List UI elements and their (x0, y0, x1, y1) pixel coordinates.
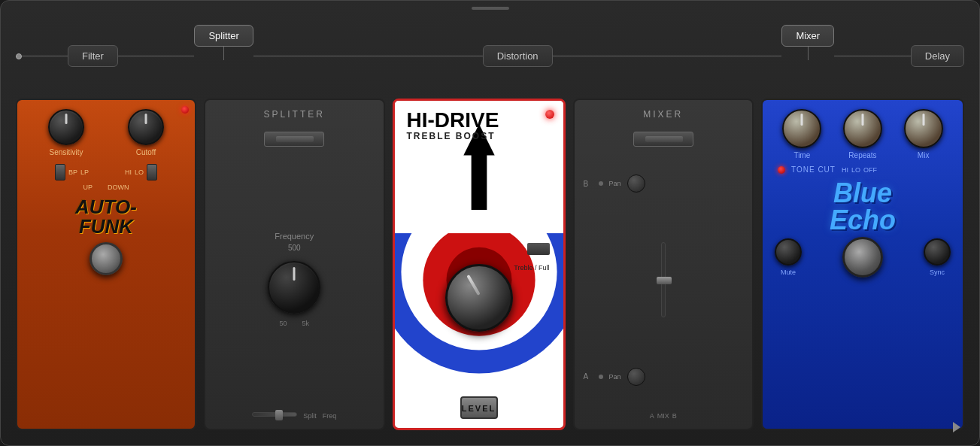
up-label: UP (83, 184, 93, 191)
lo-label: LO (135, 168, 144, 176)
repeats-label: Repeats (848, 151, 876, 159)
signal-dot-start (16, 53, 22, 59)
autofunk-led (181, 106, 189, 114)
hi-lo-switch[interactable] (147, 164, 157, 181)
splitter-graphic (214, 132, 375, 147)
hidrive-title: HI-DRIVE (407, 110, 551, 131)
bp-switch[interactable] (55, 164, 65, 181)
echo-footer: Mute Sync (772, 237, 954, 278)
echo-knob-row: Time Repeats Mix (772, 109, 954, 159)
channel-b-dot (599, 181, 603, 186)
level-label: LEVEL (462, 404, 496, 413)
autofunk-title: AUTO-FUNK (26, 197, 186, 236)
delay-button[interactable]: Delay (911, 45, 964, 67)
b-bottom-label: B (672, 412, 677, 420)
cutoff-knob-container: Cutoff (128, 109, 164, 156)
up-down-row: UP DOWN (26, 184, 186, 191)
pan-a-knob[interactable] (627, 368, 645, 386)
mix-knob[interactable] (904, 109, 943, 148)
mixer-box (633, 132, 693, 147)
freq-value: 500 (288, 244, 301, 252)
mixer-graphic (584, 132, 744, 147)
split-freq-row: Split Freq (214, 412, 375, 420)
play-icon (953, 422, 960, 432)
split-label: Split (303, 412, 317, 420)
filter-switches-row: BP LP HI LO (26, 164, 186, 181)
frequency-knob[interactable] (268, 261, 320, 314)
blueecho-title: BlueEcho (772, 180, 954, 234)
blueecho-pedal: Time Repeats Mix TONE CUT HI LO OFF (761, 99, 964, 430)
freq-label: Frequency (275, 232, 314, 241)
hi-label: HI (125, 168, 132, 176)
mixer-button[interactable]: Mixer (781, 25, 834, 47)
signal-line (118, 56, 195, 56)
mix-bottom-label: MIX (657, 412, 669, 420)
freq-high: 5k (302, 320, 310, 327)
vertical-fader-thumb[interactable] (657, 277, 672, 284)
lo-opt[interactable]: LO (851, 166, 860, 174)
signal-line (22, 56, 68, 56)
treble-full-toggle[interactable] (527, 243, 550, 255)
signal-line (553, 56, 782, 56)
channel-b-label: B (584, 180, 593, 188)
hidrive-pedal: HI-DRIVE TREBLE BOOST Treble / Full LEVE… (393, 99, 566, 430)
signal-chain-area: Filter Splitter Distortion Mixer Delay (1, 23, 979, 83)
play-button[interactable] (949, 420, 964, 435)
mixer-fader-area: B Pan A Pan (584, 153, 744, 408)
hidrive-led (545, 110, 554, 119)
pedals-area: Sensitivity Cutoff BP LP HI LO UP DOWN (16, 99, 964, 430)
down-label: DOWN (108, 184, 129, 191)
mute-knob[interactable] (775, 238, 802, 265)
bp-label: BP (68, 168, 77, 176)
mixer-bottom-row: A MIX B (584, 412, 744, 420)
treble-full-label: Treble / Full (514, 264, 549, 272)
drag-handle[interactable] (472, 7, 509, 10)
cutoff-knob[interactable] (128, 109, 164, 145)
filter-button[interactable]: Filter (68, 45, 118, 67)
hidrive-level-knob[interactable] (445, 264, 513, 332)
frequency-section: Frequency 500 50 5k (214, 153, 375, 406)
pan-b-knob[interactable] (627, 174, 645, 193)
hi-opt[interactable]: HI (842, 166, 848, 174)
a-bottom-label: A (650, 412, 654, 420)
mix-label: Mix (918, 151, 930, 159)
hidrive-title-area: HI-DRIVE TREBLE BOOST (401, 107, 557, 144)
tone-cut-options: HI LO OFF (842, 166, 877, 174)
chain-row: Filter Splitter Distortion Mixer Delay (16, 38, 964, 74)
mixer-title: MIXER (584, 109, 744, 120)
mute-label: Mute (781, 269, 796, 276)
autofunk-knob-row: Sensitivity Cutoff (26, 109, 186, 156)
pan-a-label: Pan (609, 373, 621, 381)
time-knob[interactable] (782, 109, 821, 148)
repeats-knob[interactable] (843, 109, 882, 148)
split-slider-thumb (275, 410, 283, 420)
freq-knob-label: Freq (323, 412, 337, 420)
channel-b: B Pan (584, 174, 744, 193)
sensitivity-label: Sensitivity (49, 148, 83, 156)
freq-range: 50 5k (279, 320, 309, 327)
split-slider[interactable] (252, 412, 297, 417)
splitter-box (264, 132, 324, 147)
splitter-button[interactable]: Splitter (194, 25, 253, 47)
sync-label: Sync (930, 269, 945, 276)
tone-cut-led (778, 166, 785, 174)
sync-knob[interactable] (924, 238, 951, 265)
sensitivity-knob[interactable] (48, 109, 84, 145)
splitter-pedal: SPLITTER Frequency 500 50 5k Split Freq (204, 99, 385, 430)
channel-a-label: A (584, 372, 593, 381)
signal-line (834, 56, 911, 56)
off-opt[interactable]: OFF (863, 166, 877, 174)
lp-label: LP (80, 168, 89, 176)
autofunk-pedal: Sensitivity Cutoff BP LP HI LO UP DOWN (16, 99, 196, 430)
tone-cut-label: TONE CUT (791, 165, 836, 174)
distortion-button[interactable]: Distortion (483, 45, 553, 67)
time-knob-container: Time (782, 109, 821, 159)
autofunk-footswitch[interactable] (90, 242, 123, 275)
repeats-knob-container: Repeats (843, 109, 882, 159)
hidrive-subtitle: TREBLE BOOST (407, 131, 551, 141)
cutoff-label: Cutoff (136, 148, 156, 156)
channel-a: A Pan (584, 368, 744, 386)
hidrive-content: HI-DRIVE TREBLE BOOST Treble / Full LEVE… (395, 101, 563, 428)
signal-line (253, 56, 483, 56)
blueecho-footswitch[interactable] (842, 237, 883, 278)
